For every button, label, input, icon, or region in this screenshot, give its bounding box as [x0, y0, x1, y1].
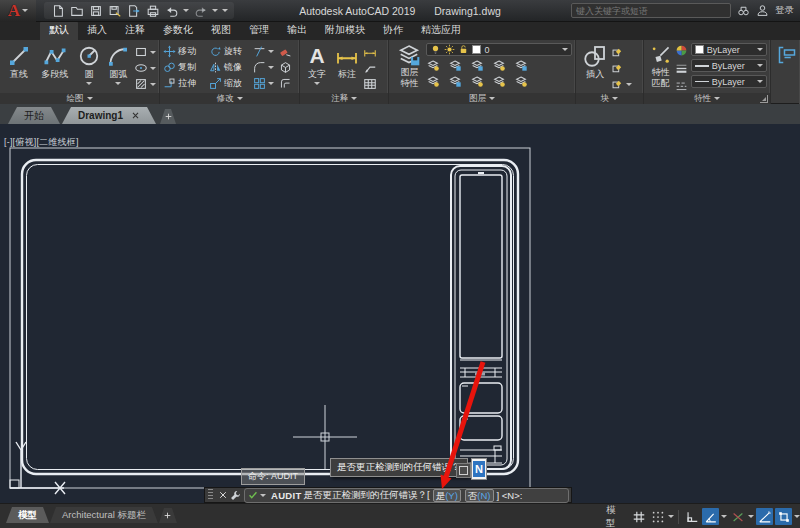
ortho-toggle[interactable]: [683, 508, 700, 525]
dimension-button[interactable]: 标注: [331, 42, 363, 79]
ribbon-tab-view[interactable]: 视图: [202, 21, 240, 40]
layer-unisolate-button[interactable]: [448, 74, 462, 88]
recent-commands-icon[interactable]: [260, 494, 266, 500]
trim-dropdown-icon[interactable]: [268, 50, 274, 56]
layer-off-button[interactable]: [426, 58, 440, 72]
polar-tracking-toggle[interactable]: [702, 508, 719, 525]
circle-button[interactable]: 圆: [75, 42, 102, 88]
user-icon[interactable]: [756, 4, 769, 17]
new-layout-button[interactable]: [159, 508, 177, 523]
search-input[interactable]: [571, 3, 731, 18]
text-button[interactable]: A 文字: [303, 42, 331, 88]
object-snap-toggle[interactable]: [775, 508, 792, 525]
edit-block-button[interactable]: [611, 44, 632, 60]
export-button[interactable]: [126, 3, 141, 18]
layer-on-all-button[interactable]: [426, 74, 440, 88]
layer-dropdown-icon[interactable]: [562, 48, 568, 54]
layer-properties-button[interactable]: 图层 特性: [392, 42, 426, 89]
close-tab-icon[interactable]: [131, 111, 140, 120]
polar-dropdown-icon[interactable]: [721, 515, 727, 521]
panel-label-modify[interactable]: 修改: [160, 93, 299, 104]
ribbon-tab-manage[interactable]: 管理: [240, 21, 278, 40]
signin-link[interactable]: 登录: [775, 4, 794, 17]
ribbon-tab-featured-apps[interactable]: 精选应用: [412, 21, 470, 40]
object-snap-tracking-toggle[interactable]: [756, 508, 773, 525]
block-dropdown-icon[interactable]: [626, 83, 632, 89]
rectangle-button[interactable]: [134, 44, 156, 60]
layer-lock-button[interactable]: [492, 58, 506, 72]
copy-button[interactable]: 复制: [163, 59, 209, 76]
rectangle-dropdown-icon[interactable]: [150, 51, 156, 57]
match-properties-button[interactable]: 特性 匹配: [647, 42, 675, 89]
move-button[interactable]: 移动: [163, 43, 209, 60]
isoplane-toggle[interactable]: [729, 508, 746, 525]
polyline-button[interactable]: 多段线: [34, 42, 75, 79]
lineweight-list-icon[interactable]: [675, 62, 691, 75]
yes-option-button[interactable]: 是(Y): [433, 489, 461, 502]
command-line-dock[interactable]: AUDIT 是否更正检测到的任何错误？[ 是(Y) 否(N) ] <N>:: [204, 487, 572, 503]
ellipse-button[interactable]: [134, 60, 156, 76]
panel-label-annotate[interactable]: 注释: [300, 93, 388, 104]
ribbon-tab-home[interactable]: 默认: [40, 21, 78, 40]
undo-button[interactable]: [164, 3, 179, 18]
object-snap-dropdown-icon[interactable]: [794, 515, 800, 521]
layer-unlock-button[interactable]: [492, 74, 506, 88]
ribbon-tab-annotate[interactable]: 注释: [116, 21, 154, 40]
dynamic-input-options-button[interactable]: [456, 463, 471, 478]
text-dropdown-icon[interactable]: [314, 82, 320, 88]
linetype-dropdown-icon[interactable]: [757, 80, 763, 86]
grid-toggle[interactable]: [630, 508, 647, 525]
arc-dropdown-icon[interactable]: [115, 82, 121, 88]
dynamic-input-field[interactable]: N: [471, 458, 487, 480]
create-block-button[interactable]: [611, 60, 632, 76]
leader-button[interactable]: [363, 60, 377, 76]
drawing-viewport[interactable]: [-][俯视][二维线框]: [0, 124, 800, 503]
layout-tab-model[interactable]: 模型: [6, 507, 49, 523]
snap-toggle[interactable]: [649, 508, 666, 525]
panel-label-block[interactable]: 块: [576, 93, 643, 104]
new-file-button[interactable]: [50, 3, 65, 18]
file-tab-start[interactable]: 开始: [8, 107, 60, 124]
snap-dropdown-icon[interactable]: [668, 515, 674, 521]
object-color-dropdown[interactable]: ByLayer: [691, 43, 767, 56]
redo-dropdown-icon[interactable]: [212, 9, 218, 15]
dock-grip-handle[interactable]: [208, 489, 213, 501]
layer-dropdown[interactable]: 0: [426, 43, 572, 56]
arc-button[interactable]: 圆弧: [103, 42, 134, 88]
color-dropdown-icon[interactable]: [757, 48, 763, 54]
layer-thaw-all-button[interactable]: [470, 74, 484, 88]
layer-isolate-button[interactable]: [448, 58, 462, 72]
linetype-dropdown[interactable]: ByLayer: [691, 75, 767, 88]
linetype-list-icon[interactable]: [675, 79, 691, 92]
panel-label-properties[interactable]: 特性: [644, 93, 770, 104]
trim-button[interactable]: [253, 43, 279, 60]
hatch-button[interactable]: [134, 76, 156, 92]
search-icon[interactable]: [737, 4, 750, 17]
hatch-dropdown-icon[interactable]: [150, 83, 156, 89]
panel-label-draw[interactable]: 绘图: [0, 93, 159, 104]
table-button[interactable]: [363, 76, 377, 92]
layer-match-button[interactable]: [514, 58, 528, 72]
properties-dialog-launcher[interactable]: [760, 95, 768, 103]
application-menu-button[interactable]: A: [0, 0, 36, 22]
insert-block-button[interactable]: 插入: [579, 42, 611, 79]
confirm-check-icon[interactable]: [248, 490, 258, 500]
close-command-icon[interactable]: [216, 489, 229, 502]
plot-button[interactable]: [145, 3, 160, 18]
file-tab-drawing1[interactable]: Drawing1: [62, 107, 156, 124]
scale-button[interactable]: 缩放: [209, 75, 253, 92]
color-wheel-icon[interactable]: [675, 44, 691, 57]
array-button[interactable]: [253, 75, 279, 92]
fillet-dropdown-icon[interactable]: [268, 66, 274, 72]
fillet-button[interactable]: [253, 59, 279, 76]
isoplane-dropdown-icon[interactable]: [748, 515, 754, 521]
line-button[interactable]: 直线: [3, 42, 34, 79]
mirror-button[interactable]: 镜像: [209, 59, 253, 76]
save-as-button[interactable]: [107, 3, 122, 18]
panel-label-layers[interactable]: 图层: [389, 93, 575, 104]
circle-dropdown-icon[interactable]: [86, 82, 92, 88]
layer-freeze-button[interactable]: [470, 58, 484, 72]
no-option-button[interactable]: 否(N): [465, 489, 494, 502]
ribbon-tab-insert[interactable]: 插入: [78, 21, 116, 40]
dim-style-button[interactable]: [363, 44, 377, 60]
